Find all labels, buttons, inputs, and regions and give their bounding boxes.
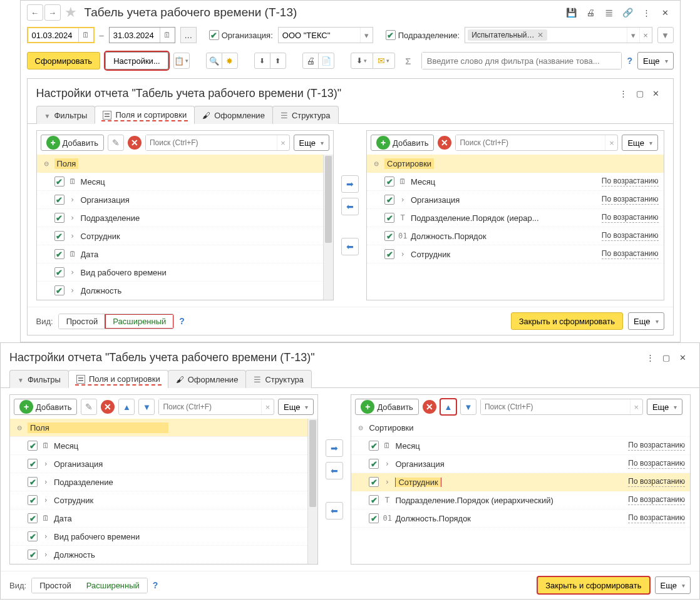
field-row[interactable]: ›Организация — [10, 455, 307, 473]
sort-header-row[interactable]: ⊖Сортировки — [367, 155, 664, 173]
sort-header-row[interactable]: ⊖Сортировки — [351, 419, 690, 437]
list-icon[interactable] — [601, 4, 617, 21]
field-checkbox[interactable] — [54, 267, 64, 277]
calendar-to-icon[interactable] — [160, 28, 175, 43]
mail-button[interactable] — [373, 53, 395, 69]
date-to-input[interactable] — [110, 28, 160, 43]
date-from-field[interactable] — [27, 27, 95, 43]
field-row[interactable]: ›Вид рабочего времени — [10, 528, 307, 546]
sort-row[interactable]: 🗓МесяцПо возрастанию — [367, 173, 664, 191]
sort-checkbox[interactable] — [369, 513, 379, 523]
footer-help-icon[interactable]: ? — [179, 316, 185, 326]
close-and-generate-button[interactable]: Закрыть и сформировать — [511, 312, 623, 330]
field-row[interactable]: ›Вид рабочего времени — [37, 264, 324, 282]
sort-row[interactable]: TПодразделение.Порядок (иерар...По возра… — [367, 209, 664, 227]
link-icon[interactable] — [620, 4, 636, 21]
sort2-search-clear-icon[interactable]: × — [630, 399, 642, 414]
fields-search[interactable]: × — [145, 135, 290, 151]
field-row[interactable]: ›Сотрудник — [10, 491, 307, 509]
field-row[interactable]: 🗓Месяц — [10, 437, 307, 455]
sort-direction[interactable]: По возрастанию — [628, 495, 685, 505]
sort-row[interactable]: ›ОрганизацияПо возрастанию — [351, 455, 690, 473]
date-to-field[interactable] — [109, 27, 175, 43]
sort-add-button[interactable]: + Добавить — [371, 135, 434, 151]
fields2-search-input[interactable] — [159, 399, 261, 414]
sort-delete-button[interactable]: ✕ — [438, 136, 451, 150]
nav-back[interactable]: ← — [27, 4, 43, 21]
sort-checkbox[interactable] — [384, 213, 394, 223]
sort-direction[interactable]: По возрастанию — [602, 231, 659, 241]
close-and-generate-button-2[interactable]: Закрыть и сформировать — [537, 576, 649, 594]
sort-row[interactable]: 01Должность.ПорядокПо возрастанию — [351, 509, 690, 528]
field-row[interactable]: 🗓Месяц — [37, 173, 324, 191]
date-from-input[interactable] — [28, 28, 78, 42]
sort-row[interactable]: ›СотрудникПо возрастанию — [351, 473, 690, 491]
fields2-scrollbar[interactable] — [307, 419, 317, 564]
fields-search-clear-icon[interactable]: × — [277, 135, 289, 150]
sort-checkbox[interactable] — [384, 177, 394, 187]
dept-dropdown-icon[interactable]: ▾ — [627, 28, 639, 43]
tab-formatting[interactable]: Оформление — [194, 106, 273, 124]
dept-clear-icon[interactable]: × — [639, 28, 652, 43]
filter-search-input[interactable] — [422, 53, 622, 69]
sort2-add-button[interactable]: + Добавить — [355, 399, 418, 415]
fields2-delete-button[interactable]: ✕ — [101, 400, 115, 414]
sort2-more-button[interactable]: Еще — [647, 399, 682, 415]
dialog1-close-icon[interactable] — [648, 85, 664, 101]
footer2-more-button[interactable]: Еще — [655, 576, 691, 594]
org-checkbox[interactable] — [209, 30, 219, 40]
settings-dropdown-button[interactable]: 📋 — [173, 53, 190, 69]
help-icon[interactable]: ? — [627, 56, 632, 66]
dept-combo[interactable]: Испытательный… ✕ ▾ × — [465, 27, 652, 43]
sort-checkbox[interactable] — [369, 477, 379, 487]
sort-direction[interactable]: По возрастанию — [628, 513, 685, 523]
mode-extended[interactable]: Расширенный — [105, 314, 173, 329]
dialog2-max-icon[interactable] — [658, 349, 674, 366]
more-button[interactable]: Еще — [637, 52, 673, 69]
dept-tag-remove-icon[interactable]: ✕ — [537, 31, 543, 39]
dept-checkbox[interactable] — [386, 30, 396, 40]
move-right-button[interactable]: ➡ — [341, 175, 359, 193]
tab2-filters[interactable]: Фильтры — [9, 370, 69, 388]
sort2-delete-button[interactable]: ✕ — [423, 400, 436, 414]
fields-delete-button[interactable]: ✕ — [128, 136, 142, 150]
sort-direction[interactable]: По возрастанию — [602, 177, 659, 187]
org-combo[interactable]: ▾ — [278, 27, 373, 43]
dialog2-close-icon[interactable] — [674, 349, 691, 366]
caret-icon[interactable]: ⊖ — [42, 160, 51, 167]
fields2-search[interactable]: × — [158, 399, 274, 415]
caret-icon[interactable]: ⊖ — [356, 424, 365, 431]
fields-scrollbar[interactable] — [323, 155, 333, 300]
sort-checkbox[interactable] — [369, 459, 379, 469]
caret-icon[interactable]: ⊖ — [372, 160, 381, 167]
sort-row[interactable]: ›СотрудникПо возрастанию — [367, 245, 664, 264]
field-checkbox[interactable] — [28, 550, 38, 560]
sort-direction[interactable]: По возрастанию — [628, 441, 685, 451]
sort-checkbox[interactable] — [369, 495, 379, 505]
sort-search-input[interactable] — [456, 135, 605, 150]
print-icon[interactable] — [582, 4, 599, 21]
tab2-formatting[interactable]: Оформление — [168, 370, 247, 388]
field-checkbox[interactable] — [28, 513, 38, 523]
tab2-structure[interactable]: Структура — [245, 370, 312, 388]
field-row[interactable]: ›Должность — [37, 282, 324, 300]
field-checkbox[interactable] — [54, 285, 64, 295]
field-checkbox[interactable] — [28, 531, 38, 541]
move-all-left-button[interactable]: ⬅ — [341, 238, 359, 255]
field-checkbox[interactable] — [54, 177, 64, 187]
favorite-star-icon[interactable]: ★ — [64, 4, 77, 21]
sort-direction[interactable]: По возрастанию — [628, 477, 685, 487]
sort-direction[interactable]: По возрастанию — [602, 213, 659, 223]
sort-row[interactable]: 01Должность.ПорядокПо возрастанию — [367, 227, 664, 245]
field-checkbox[interactable] — [28, 441, 38, 451]
field-row[interactable]: ›Организация — [37, 191, 324, 209]
sigma-button[interactable] — [400, 53, 416, 69]
sort-row[interactable]: TПодразделение.Порядок (иерархический)По… — [351, 491, 690, 509]
mode-extended-2[interactable]: Расширенный — [79, 578, 147, 593]
close-icon[interactable] — [657, 4, 674, 21]
tab-filters[interactable]: Фильтры — [36, 106, 96, 124]
kebab-icon[interactable] — [639, 4, 655, 21]
search-button[interactable] — [206, 53, 222, 69]
field-checkbox[interactable] — [54, 195, 64, 205]
caret-icon[interactable]: ⊖ — [15, 424, 24, 431]
